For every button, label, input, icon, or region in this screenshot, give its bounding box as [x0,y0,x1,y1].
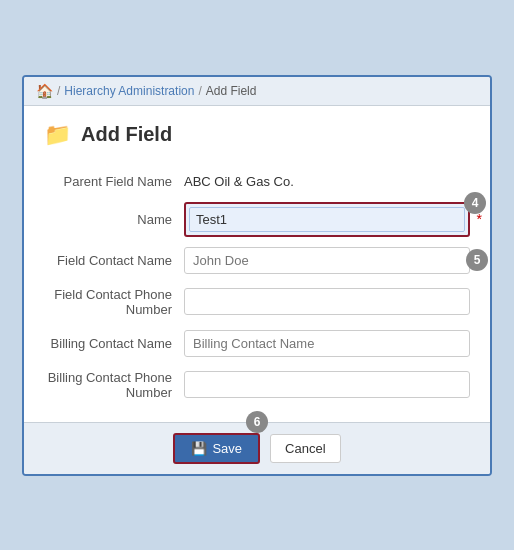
save-icon: 💾 [191,441,207,456]
form: Parent Field Name ABC Oil & Gas Co. Name… [44,166,470,408]
name-field-container: 4 * [184,197,470,242]
billing-contact-phone-label: Billing Contact Phone Number [44,362,184,408]
home-icon[interactable]: 🏠 [36,83,53,99]
billing-contact-name-label: Billing Contact Name [44,328,184,359]
parent-field-label: Parent Field Name [44,166,184,197]
parent-field-value: ABC Oil & Gas Co. [184,168,470,195]
field-contact-name-label: Field Contact Name [44,245,184,276]
save-button[interactable]: 💾 Save [173,433,260,464]
billing-contact-phone-input[interactable] [184,371,470,398]
billing-contact-name-input[interactable] [184,330,470,357]
save-label: Save [212,441,242,456]
step-badge-6: 6 [246,411,268,433]
page-title: Add Field [81,123,172,146]
dialog-footer: 6 💾 Save Cancel [24,422,490,474]
billing-contact-name-wrapper [184,325,470,362]
field-contact-phone-wrapper [184,283,470,320]
name-input[interactable] [189,207,465,232]
breadcrumb-current: Add Field [206,84,257,98]
name-field-box: 4 * [184,202,470,237]
breadcrumb-separator-2: / [198,84,201,98]
breadcrumb-separator-1: / [57,84,60,98]
step-badge-4: 4 [464,192,486,214]
field-contact-name-wrapper: 5 [184,242,470,279]
step-badge-5: 5 [466,249,488,271]
field-contact-phone-label: Field Contact Phone Number [44,279,184,325]
breadcrumb: 🏠 / Hierarchy Administration / Add Field [24,77,490,106]
cancel-button[interactable]: Cancel [270,434,340,463]
field-contact-phone-input[interactable] [184,288,470,315]
page-title-row: 📁 Add Field [44,122,470,148]
folder-icon: 📁 [44,122,71,148]
breadcrumb-link-hierarchy[interactable]: Hierarchy Administration [64,84,194,98]
field-contact-name-input[interactable] [184,247,470,274]
dialog-body: 📁 Add Field Parent Field Name ABC Oil & … [24,106,490,408]
billing-contact-phone-wrapper [184,366,470,403]
add-field-dialog: 🏠 / Hierarchy Administration / Add Field… [22,75,492,476]
name-label: Name [44,204,184,235]
